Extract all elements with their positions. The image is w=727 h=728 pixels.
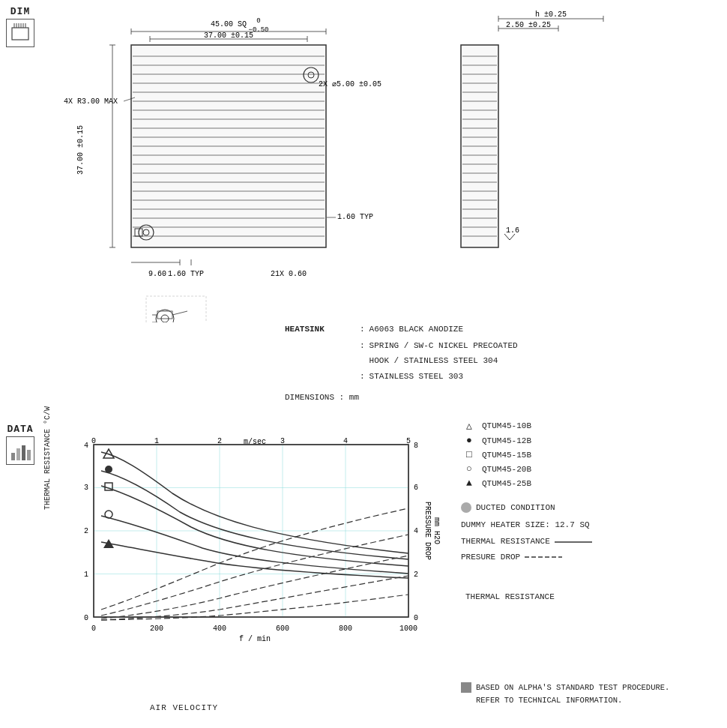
legend-item-4: ○ QTUM45-20B (461, 463, 716, 475)
spec-block: DUCTED CONDITION DUMMY HEATER SIZE: 12.7… (461, 501, 716, 565)
note-block: BASED ON ALPHA'S STANDARD TEST PROCEDURE… (461, 682, 720, 707)
svg-text:2X ⌀5.00 ±0.05: 2X ⌀5.00 ±0.05 (319, 80, 381, 88)
svg-text:8: 8 (414, 442, 418, 450)
svg-rect-0 (12, 28, 28, 40)
svg-text:4: 4 (414, 527, 418, 535)
svg-text:800: 800 (339, 625, 352, 633)
y-axis-label: THERMAL RESISTANCE °C/W (43, 406, 52, 510)
legend-item-3: □ QTUM45-15B (461, 449, 716, 460)
svg-text:2: 2 (84, 527, 88, 535)
main-drawing: 45.00 SQ 0 −0.50 37.00 ±0.15 2X ⌀5.00 ±0… (41, 0, 693, 322)
svg-rect-9 (22, 445, 25, 460)
dim-label: DIM (10, 6, 30, 17)
legend-text-2: QTUM45-12B (482, 436, 531, 445)
materials-block: HEATSINK : A6063 BLACK ANODIZE : SPRING … (285, 322, 712, 406)
legend-symbol-3: □ (461, 449, 477, 460)
svg-text:1: 1 (84, 571, 88, 579)
svg-rect-94 (146, 296, 206, 322)
heatsink-row: HEATSINK : A6063 BLACK ANODIZE (285, 322, 712, 337)
svg-text:f / min: f / min (239, 635, 271, 643)
heatsink-value: A6063 BLACK ANODIZE (369, 322, 463, 337)
heater-size-row: DUMMY HEATER SIZE: 12.7 SQ (461, 518, 716, 532)
ducted-label: DUCTED CONDITION (476, 501, 555, 515)
svg-text:h ±0.25: h ±0.25 (535, 10, 567, 19)
svg-text:0: 0 (84, 614, 88, 622)
note-text: BASED ON ALPHA'S STANDARD TEST PROCEDURE… (476, 682, 669, 707)
dimensions-label: DIMENSIONS : mm (285, 393, 359, 402)
legend-area: △ QTUM45-10B ● QTUM45-12B □ QTUM45-15B ○… (461, 420, 716, 565)
svg-text:0: 0 (414, 614, 418, 622)
legend-text-3: QTUM45-15B (482, 451, 531, 460)
svg-text:400: 400 (213, 625, 226, 633)
heatsink-key: HEATSINK (285, 322, 360, 337)
svg-text:1.60 TYP: 1.60 TYP (337, 213, 373, 221)
svg-text:1000: 1000 (399, 625, 417, 633)
svg-text:200: 200 (150, 625, 163, 633)
svg-text:9.60: 9.60 (148, 270, 166, 278)
dimensions-unit-row: DIMENSIONS : mm (285, 391, 712, 406)
svg-text:1.6: 1.6 (506, 226, 519, 235)
spring-value: SPRING / SW-C NICKEL PRECOATEDHOOK / STA… (369, 339, 518, 369)
svg-text:600: 600 (276, 625, 289, 633)
svg-text:37.00 ±0.15: 37.00 ±0.15 (76, 125, 85, 175)
svg-text:1.60 TYP: 1.60 TYP (168, 270, 204, 278)
svg-text:6: 6 (414, 484, 418, 492)
legend-text-4: QTUM45-20B (482, 465, 531, 474)
pressure-drop-legend: PRESURE DROP (461, 550, 716, 565)
thermal-resistance-label: THERMAL RESISTANCE (465, 592, 555, 601)
data-icon (6, 436, 34, 465)
air-velocity-label: AIR VELOCITY (150, 703, 218, 712)
pressure-drop-legend-label: PRESURE DROP (461, 550, 520, 565)
spring-row: : SPRING / SW-C NICKEL PRECOATEDHOOK / S… (285, 339, 712, 369)
dim-block: DIM (6, 6, 34, 47)
svg-text:21X 0.60: 21X 0.60 (271, 270, 307, 278)
svg-text:37.00 ±0.15: 37.00 ±0.15 (204, 31, 253, 40)
svg-point-95 (156, 310, 174, 322)
data-block: DATA (6, 424, 34, 465)
legend-symbol-5: ▲ (461, 478, 477, 489)
svg-text:4: 4 (84, 442, 88, 450)
svg-text:45.00 SQ: 45.00 SQ (211, 20, 247, 28)
screw-value: STAINLESS STEEL 303 (369, 370, 463, 385)
svg-rect-10 (27, 450, 31, 460)
legend-text-1: QTUM45-10B (482, 421, 531, 430)
legend-item-5: ▲ QTUM45-25B (461, 478, 716, 489)
dim-icon (6, 19, 34, 47)
svg-text:0: 0 (91, 625, 96, 633)
svg-text:3: 3 (84, 484, 88, 492)
svg-line-100 (172, 311, 187, 315)
thermal-res-legend: THERMAL RESISTANCE (461, 535, 716, 549)
svg-text:4X R3.00 MAX: 4X R3.00 MAX (64, 97, 118, 106)
performance-chart: 0 1 2 3 4 0 2 4 6 8 0 1 2 3 4 5 m/sec 0 … (60, 437, 442, 655)
ducted-indicator (461, 502, 471, 513)
screw-row: : STAINLESS STEEL 303 (285, 370, 712, 385)
legend-symbol-1: △ (461, 420, 477, 432)
thermal-res-legend-label: THERMAL RESISTANCE (461, 535, 550, 549)
svg-point-136 (105, 466, 112, 473)
legend-item-1: △ QTUM45-10B (461, 420, 716, 432)
svg-text:2.50 ±0.25: 2.50 ±0.25 (506, 21, 551, 29)
legend-text-5: QTUM45-25B (482, 479, 531, 488)
svg-text:PRESSURE DROP: PRESSURE DROP (423, 502, 432, 560)
svg-text:2: 2 (414, 571, 418, 579)
legend-symbol-4: ○ (461, 463, 477, 475)
ducted-condition-row: DUCTED CONDITION (461, 501, 716, 515)
legend-item-2: ● QTUM45-12B (461, 435, 716, 446)
svg-rect-7 (11, 453, 15, 460)
data-label: DATA (7, 424, 33, 435)
svg-text:mm H2O: mm H2O (432, 517, 441, 544)
svg-rect-8 (16, 448, 20, 460)
legend-symbol-2: ● (461, 435, 477, 446)
note-indicator (461, 682, 471, 693)
svg-text:0: 0 (256, 17, 260, 25)
